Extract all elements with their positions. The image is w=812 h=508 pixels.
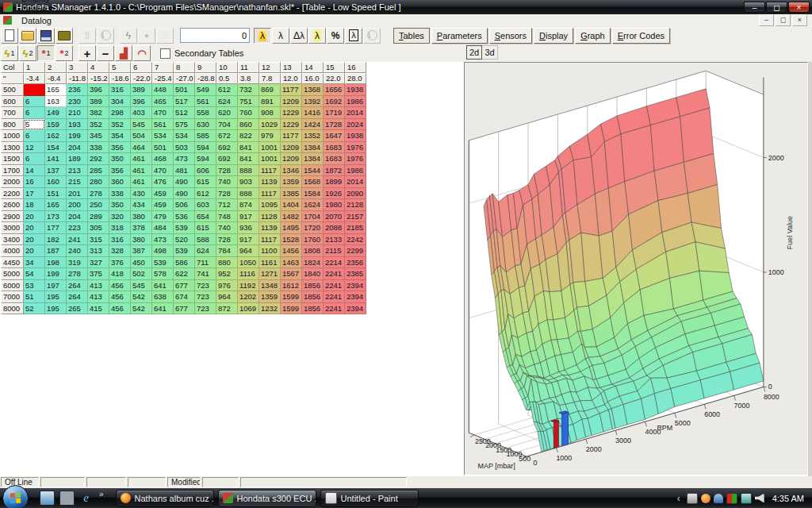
view-2d-button[interactable]: 2d: [466, 45, 482, 60]
cell-r5000-c7[interactable]: 578: [152, 268, 174, 280]
tray-sync-icon[interactable]: [701, 494, 710, 503]
cell-r600-c1[interactable]: 6: [24, 96, 45, 108]
cell-r500-c5[interactable]: 316: [109, 84, 131, 96]
cell-r8000-c16[interactable]: 2394: [345, 303, 366, 315]
cell-r600-c11[interactable]: 751: [238, 96, 259, 108]
cell-r2600-c3[interactable]: 200: [67, 199, 88, 211]
cell-r6000-c5[interactable]: 456: [109, 280, 131, 292]
cell-r6000-c9[interactable]: 723: [195, 280, 216, 292]
show-desktop-icon[interactable]: [40, 491, 55, 506]
cell-r3000-c1[interactable]: 20: [24, 222, 45, 234]
cell-r2000-c4[interactable]: 280: [88, 176, 109, 188]
cell-r2900-c4[interactable]: 289: [88, 211, 109, 223]
cell-r2600-c7[interactable]: 459: [152, 199, 174, 211]
cell-r6000-c6[interactable]: 545: [131, 280, 152, 292]
cell-r8000-c1[interactable]: 52: [24, 303, 45, 315]
cell-r1500-c1[interactable]: 6: [24, 153, 45, 165]
tray-volume-icon[interactable]: [755, 494, 764, 503]
cell-r1500-c10[interactable]: 692: [216, 153, 238, 165]
cell-r500-c9[interactable]: 549: [195, 84, 216, 96]
cell-r2000-c6[interactable]: 461: [131, 176, 152, 188]
col-add-button[interactable]: +: [79, 45, 96, 61]
cell-r2900-c10[interactable]: 748: [216, 211, 238, 223]
cell-r8000-c5[interactable]: 456: [109, 303, 131, 315]
cell-r5000-c16[interactable]: 2385: [345, 268, 366, 280]
cell-r2900-c13[interactable]: 1482: [281, 211, 302, 223]
cell-r2900-c9[interactable]: 654: [195, 211, 216, 223]
cell-r2200-c1[interactable]: 17: [24, 188, 45, 200]
cell-r8000-c14[interactable]: 1856: [302, 303, 324, 315]
cell-r1500-c12[interactable]: 1001: [259, 153, 281, 165]
cell-r2900-c3[interactable]: 204: [67, 211, 88, 223]
cell-r1700-c2[interactable]: 137: [45, 165, 67, 177]
cell-r2000-c13[interactable]: 1359: [281, 176, 302, 188]
cell-r500-c3[interactable]: 236: [67, 84, 88, 96]
nav-parameters-button[interactable]: Parameters: [431, 28, 488, 44]
nav-sensors-button[interactable]: Sensors: [489, 28, 532, 44]
cell-value-input[interactable]: [180, 28, 250, 43]
cell-r600-c3[interactable]: 230: [67, 96, 88, 108]
cell-r800-c13[interactable]: 1229: [281, 119, 302, 131]
cell-r1300-c1[interactable]: 12: [24, 142, 45, 154]
view-3d-button[interactable]: 3d: [482, 45, 498, 60]
cell-r4450-c5[interactable]: 376: [109, 257, 131, 269]
cell-r500-c7[interactable]: 448: [152, 84, 174, 96]
cell-r500-c13[interactable]: 1177: [281, 84, 302, 96]
fuel-spark-button[interactable]: λ: [254, 28, 271, 44]
cell-r600-c12[interactable]: 891: [259, 96, 281, 108]
cell-r2600-c5[interactable]: 350: [109, 199, 131, 211]
cell-r3000-c6[interactable]: 378: [131, 222, 152, 234]
tray-display-icon[interactable]: [687, 493, 698, 504]
cell-r1300-c2[interactable]: 154: [45, 142, 67, 154]
cell-r1300-c12[interactable]: 1001: [259, 142, 281, 154]
cell-r700-c7[interactable]: 470: [152, 107, 174, 119]
cell-r800-c1[interactable]: 5: [24, 119, 45, 131]
cell-r2200-c11[interactable]: 888: [238, 188, 259, 200]
cell-r2000-c14[interactable]: 1568: [302, 176, 324, 188]
ignition-1-button[interactable]: ϟ1: [1, 45, 18, 61]
cell-r2000-c3[interactable]: 215: [67, 176, 88, 188]
cell-r1000-c10[interactable]: 672: [216, 130, 238, 142]
cell-r2200-c13[interactable]: 1385: [281, 188, 302, 200]
tray-network-icon[interactable]: [741, 493, 752, 504]
cell-r4450-c16[interactable]: 2356: [345, 257, 366, 269]
cell-r5000-c3[interactable]: 278: [67, 268, 88, 280]
cell-r7000-c7[interactable]: 638: [152, 291, 174, 303]
cell-r1700-c4[interactable]: 285: [88, 165, 109, 177]
lambda-target-button[interactable]: λ: [308, 28, 326, 44]
cell-r2600-c14[interactable]: 1624: [302, 199, 324, 211]
cell-r8000-c3[interactable]: 265: [67, 303, 88, 315]
cell-r3000-c10[interactable]: 740: [216, 222, 238, 234]
cell-r1300-c15[interactable]: 1683: [324, 142, 345, 154]
menu-online[interactable]: Online: [16, 4, 58, 15]
cell-r800-c11[interactable]: 860: [238, 119, 259, 131]
graph-panel[interactable]: 10002000300040005000600070008000RPM05001…: [464, 62, 808, 475]
cell-r3000-c12[interactable]: 1139: [259, 222, 281, 234]
cell-r6000-c14[interactable]: 1856: [302, 280, 324, 292]
cell-r4450-c9[interactable]: 711: [195, 257, 216, 269]
cell-r4000-c8[interactable]: 539: [174, 245, 195, 257]
cell-r2000-c15[interactable]: 1899: [324, 176, 345, 188]
cell-r3400-c1[interactable]: 20: [24, 234, 45, 246]
cell-r4450-c12[interactable]: 1161: [259, 257, 281, 269]
cell-r1700-c6[interactable]: 461: [131, 165, 152, 177]
cell-r1700-c9[interactable]: 606: [195, 165, 216, 177]
cell-r800-c3[interactable]: 193: [67, 119, 88, 131]
cell-r1000-c12[interactable]: 979: [259, 130, 281, 142]
cell-r800-c14[interactable]: 1424: [302, 119, 324, 131]
cell-r1500-c5[interactable]: 350: [109, 153, 131, 165]
cell-r800-c6[interactable]: 545: [131, 119, 152, 131]
tray-user-icon[interactable]: [714, 494, 723, 503]
cell-r2600-c11[interactable]: 874: [238, 199, 259, 211]
cell-r5000-c5[interactable]: 418: [109, 268, 131, 280]
nav-tables-button[interactable]: Tables: [393, 28, 430, 44]
cell-r600-c16[interactable]: 1986: [345, 96, 366, 108]
cell-r2200-c12[interactable]: 1117: [259, 188, 281, 200]
cell-r3000-c5[interactable]: 318: [109, 222, 131, 234]
cell-r2600-c13[interactable]: 1404: [281, 199, 302, 211]
cell-r3400-c7[interactable]: 473: [152, 234, 174, 246]
cell-r1700-c15[interactable]: 1872: [324, 165, 345, 177]
cell-r7000-c1[interactable]: 51: [24, 291, 45, 303]
cell-r4450-c8[interactable]: 586: [174, 257, 195, 269]
lambda-delta-button[interactable]: Δλ: [290, 28, 308, 44]
